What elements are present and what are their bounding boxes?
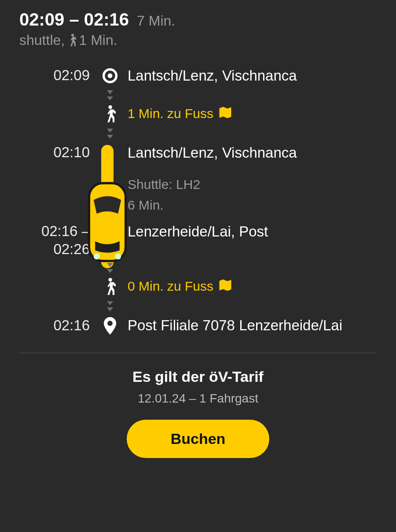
svg-point-6 xyxy=(115,253,121,259)
shuttle-duration: 6 Min. xyxy=(128,196,377,214)
pin-icon xyxy=(103,317,117,335)
origin-row: 02:09 Lantsch/Lenz, Vischnanca xyxy=(19,66,377,86)
svg-point-5 xyxy=(94,253,100,259)
origin-icon xyxy=(102,68,118,84)
trip-duration: 7 Min. xyxy=(137,13,175,29)
fare-subtitle: 12.01.24 – 1 Fahrgast xyxy=(19,392,377,406)
destination-time: 02:16 xyxy=(19,316,92,334)
svg-point-7 xyxy=(109,278,112,281)
origin-name: Lantsch/Lenz, Vischnanca xyxy=(128,66,377,86)
shuttle-end-time: 02:16 – 02:26 xyxy=(19,222,92,259)
book-button[interactable]: Buchen xyxy=(127,420,270,458)
walk-summary: 1 Min. xyxy=(68,32,117,48)
fare-title: Es gilt der öV-Tarif xyxy=(19,368,377,385)
shuttle-start-name: Lantsch/Lenz, Vischnanca xyxy=(128,143,377,163)
walk-icon xyxy=(104,105,115,124)
walk-text: 0 Min. zu Fuss xyxy=(128,277,213,296)
trip-header: 02:09 – 02:16 7 Min. shuttle, 1 Min. xyxy=(19,10,377,48)
walk-segment[interactable]: 1 Min. zu Fuss xyxy=(19,105,377,124)
walk-icon xyxy=(68,33,76,48)
divider xyxy=(19,353,377,353)
connector-dots xyxy=(107,299,113,313)
walk-text: 1 Min. zu Fuss xyxy=(128,105,213,123)
shuttle-line: Shuttle: LH2 xyxy=(128,176,377,194)
origin-time: 02:09 xyxy=(19,66,92,84)
connector-dots xyxy=(107,127,113,140)
shuttle-segment: 02:10 Lantsch/Lenz, Vischnanca Shuttle: … xyxy=(19,140,377,259)
shuttle-info-row: Shuttle: LH2 6 Min. xyxy=(19,173,377,214)
walk-icon xyxy=(104,277,115,297)
destination-name: Post Filiale 7078 Lenzerheide/Lai xyxy=(128,316,377,336)
map-icon[interactable] xyxy=(219,277,232,296)
svg-point-2 xyxy=(108,74,113,78)
map-icon[interactable] xyxy=(219,105,232,123)
walk-segment[interactable]: 0 Min. zu Fuss xyxy=(19,277,377,297)
shuttle-end-name: Lenzerheide/Lai, Post xyxy=(128,222,377,242)
svg-point-8 xyxy=(107,321,113,326)
trip-mode: shuttle, xyxy=(19,32,65,48)
fare-block: Es gilt der öV-Tarif 12.01.24 – 1 Fahrga… xyxy=(19,368,377,406)
connector-dots xyxy=(107,89,113,102)
svg-point-3 xyxy=(109,105,112,109)
shuttle-car-icon xyxy=(84,180,130,264)
destination-row: 02:16 Post Filiale 7078 Lenzerheide/Lai xyxy=(19,316,377,336)
shuttle-start-row: 02:10 Lantsch/Lenz, Vischnanca xyxy=(19,143,377,163)
shuttle-end-row: 02:16 – 02:26 Lenzerheide/Lai, Post xyxy=(19,222,377,259)
svg-point-0 xyxy=(71,33,74,36)
shuttle-start-time: 02:10 xyxy=(19,143,92,161)
trip-time-range: 02:09 – 02:16 xyxy=(19,10,129,30)
itinerary: 02:09 Lantsch/Lenz, Vischnanca 1 Min. xyxy=(19,66,377,335)
